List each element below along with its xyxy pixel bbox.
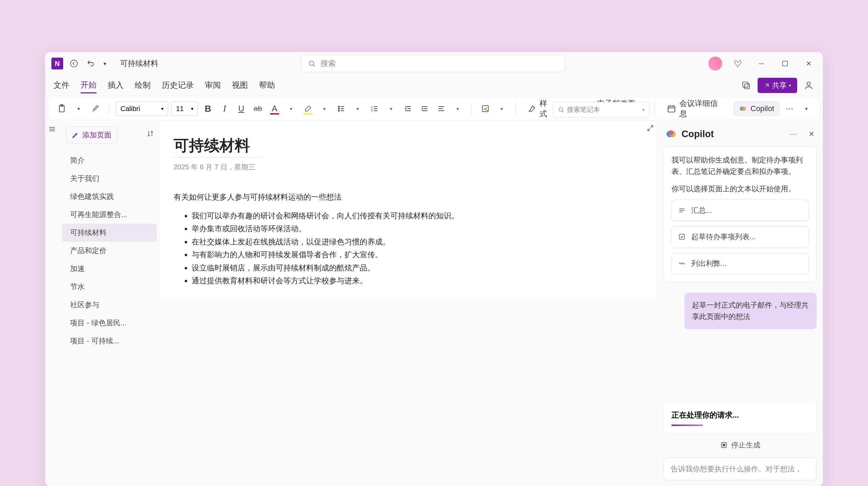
bullet-list-button[interactable] [335, 101, 348, 117]
note-lead[interactable]: 有关如何让更多人参与可持续材料运动的一些想法 [174, 192, 643, 202]
font-color-dropdown[interactable]: ▾ [285, 101, 298, 117]
align-dropdown[interactable]: ▾ [451, 101, 465, 117]
doc-title: 可持续材料 [120, 58, 158, 69]
open-in-app-icon[interactable] [740, 79, 752, 91]
numbered-list-button[interactable]: 123 [368, 101, 381, 117]
copilot-close-button[interactable]: ✕ [809, 130, 815, 138]
paste-button[interactable] [55, 101, 68, 117]
note-bullet[interactable]: 设立临时展销店，展示由可持续材料制成的酷炫产品。 [192, 261, 643, 274]
search-notebook-input[interactable]: 搜索笔记本 ▾ [553, 102, 650, 117]
app-window: N ▾ 可持续材料 搜索 [45, 52, 823, 486]
menu-view[interactable]: 视图 [232, 78, 248, 93]
paste-dropdown[interactable]: ▾ [72, 101, 85, 117]
copilot-progress-card: 正在处理你的请求... [663, 402, 817, 434]
indent-button[interactable] [418, 101, 431, 117]
svg-point-5 [807, 82, 810, 85]
copilot-suggestion-proscons[interactable]: 列出利弊... [671, 253, 809, 275]
titlebar: N ▾ 可持续材料 搜索 [45, 52, 823, 75]
copilot-icon [739, 104, 747, 113]
toolbar: ▾ Calibri▾ 11▾ B I U ab A ▾ ▾ ▾ [48, 97, 820, 120]
note-bullet[interactable]: 举办集市或回收活动等环保活动。 [192, 222, 643, 235]
align-button[interactable] [435, 101, 448, 117]
note-canvas[interactable]: 可持续材料 2025 年 6 月 7 日，星期三 有关如何让更多人参与可持续材料… [160, 122, 657, 298]
strikethrough-button[interactable]: ab [251, 101, 265, 117]
menu-help[interactable]: 帮助 [259, 78, 275, 93]
expand-canvas-icon[interactable] [646, 124, 654, 132]
bullet-dropdown[interactable]: ▾ [351, 101, 365, 117]
undo-button[interactable] [85, 58, 97, 69]
page-item[interactable]: 产品和定价 [62, 242, 157, 260]
copilot-intro-text2: 你可以选择页面上的文本以开始使用。 [671, 183, 809, 195]
note-bullet[interactable]: 与有影响力的人物和可持续发展倡导者合作，扩大宣传。 [192, 248, 643, 261]
outdent-button[interactable] [401, 101, 415, 117]
page-item[interactable]: 项目 - 绿色居民... [62, 314, 157, 332]
toolbar-collapse[interactable]: ▾ [800, 101, 813, 117]
stop-icon [720, 441, 728, 449]
settings-person-icon[interactable] [803, 79, 815, 91]
note-bullet[interactable]: 我们可以举办有趣的研讨会和网络研讨会，向人们传授有关可持续材料的知识。 [192, 209, 643, 222]
note-bullet[interactable]: 通过提供教育材料和研讨会等方式让学校参与进来。 [192, 274, 643, 287]
menu-home[interactable]: 开始 [81, 77, 97, 93]
share-button[interactable]: 共享 ▾ [758, 78, 797, 93]
copilot-suggestion-summarize[interactable]: 汇总... [671, 200, 809, 221]
copilot-input[interactable]: 告诉我你想要执行什么操作。对于想法， [663, 458, 817, 480]
svg-point-1 [309, 61, 314, 66]
page-item[interactable]: 简介 [62, 151, 157, 169]
tags-dropdown[interactable]: ▾ [495, 101, 509, 117]
page-item[interactable]: 项目 - 可持续... [62, 332, 157, 350]
meeting-details-button[interactable]: 会议详细信息 [662, 96, 730, 121]
page-item-selected[interactable]: 可持续材料 [62, 224, 157, 242]
back-button[interactable] [68, 58, 80, 69]
tags-button[interactable] [479, 101, 492, 117]
numbered-dropdown[interactable]: ▾ [385, 101, 398, 117]
menu-draw[interactable]: 绘制 [135, 78, 151, 93]
toolbar-more[interactable]: ⋯ [783, 101, 796, 117]
font-size-select[interactable]: 11▾ [172, 101, 198, 116]
svg-point-30 [486, 110, 489, 112]
copilot-more-button[interactable]: ⋯ [790, 130, 797, 138]
page-item[interactable]: 可再生能源整合... [62, 206, 157, 224]
premium-icon[interactable] [730, 56, 746, 72]
bold-button[interactable]: B [201, 101, 215, 117]
user-avatar[interactable] [708, 57, 722, 70]
menubar: 文件 开始 插入 绘制 历史记录 审阅 视图 帮助 共享 ▾ [45, 75, 823, 96]
menu-file[interactable]: 文件 [53, 78, 69, 93]
undo-dropdown[interactable]: ▾ [101, 58, 108, 69]
copilot-stop-button[interactable]: 停止生成 [657, 440, 823, 450]
font-family-select[interactable]: Calibri▾ [116, 101, 168, 116]
page-item[interactable]: 节水 [62, 278, 157, 296]
global-search-input[interactable]: 搜索 [301, 55, 565, 72]
add-page-button[interactable]: 添加页面 [66, 126, 117, 144]
page-list-panel: 添加页面 简介 关于我们 绿色建筑实践 可再生能源整合... 可持续材料 产品和… [59, 122, 160, 486]
menu-insert[interactable]: 插入 [108, 78, 124, 93]
underline-button[interactable]: U [235, 101, 248, 117]
page-item[interactable]: 关于我们 [62, 169, 157, 187]
menu-review[interactable]: 审阅 [205, 78, 221, 93]
page-item[interactable]: 绿色建筑实践 [62, 187, 157, 206]
note-bullet[interactable]: 在社交媒体上发起在线挑战活动，以促进绿色习惯的养成。 [192, 235, 643, 248]
wave-icon [678, 260, 686, 267]
svg-rect-48 [679, 234, 685, 240]
menu-history[interactable]: 历史记录 [162, 78, 194, 93]
copilot-title: Copilot [682, 129, 714, 140]
format-painter[interactable] [89, 101, 102, 117]
copilot-suggestion-todo[interactable]: 起草待办事项列表... [671, 226, 809, 248]
page-item[interactable]: 加速 [62, 260, 157, 278]
svg-point-41 [559, 108, 563, 111]
window-maximize[interactable] [777, 56, 793, 72]
copilot-toolbar-button[interactable]: Copilot [734, 102, 779, 116]
highlight-button[interactable] [301, 101, 315, 117]
svg-rect-32 [668, 106, 675, 112]
window-close[interactable]: ✕ [801, 56, 817, 72]
font-color-button[interactable]: A [268, 101, 281, 117]
page-item[interactable]: 社区参与 [62, 296, 157, 314]
sort-button[interactable] [147, 130, 154, 137]
window-minimize[interactable]: ─ [753, 56, 769, 72]
share-label: 共享 [772, 81, 787, 90]
svg-point-44 [669, 130, 673, 135]
highlight-dropdown[interactable]: ▾ [318, 101, 331, 117]
nav-toggle-icon[interactable] [48, 125, 56, 486]
note-title[interactable]: 可持续材料 [174, 135, 264, 158]
note-bullets[interactable]: 我们可以举办有趣的研讨会和网络研讨会，向人们传授有关可持续材料的知识。 举办集市… [174, 209, 643, 287]
italic-button[interactable]: I [218, 101, 231, 117]
